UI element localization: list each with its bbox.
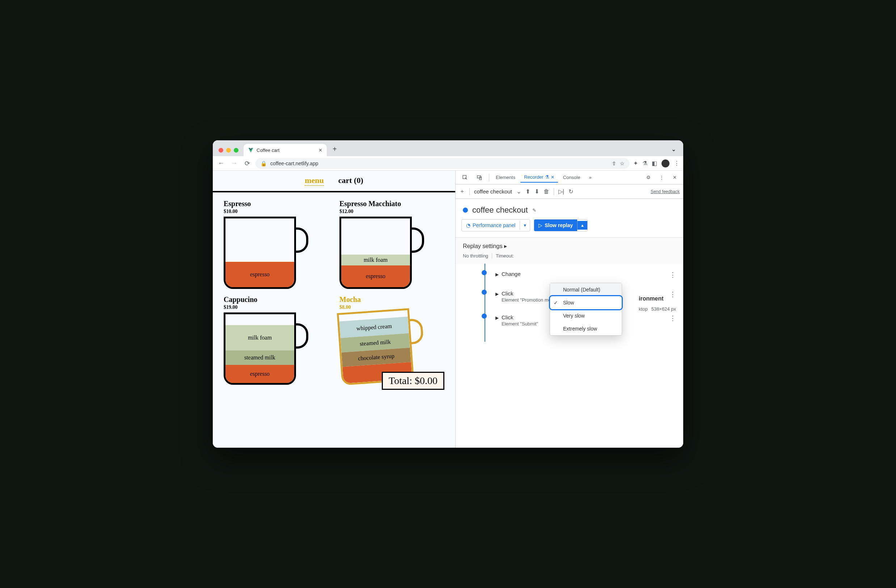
- send-feedback-link[interactable]: Send feedback: [651, 189, 680, 194]
- replay-dropdown-icon[interactable]: ▲: [577, 221, 587, 229]
- product-price: $10.00: [224, 209, 329, 214]
- browser-toolbar: ← → ⟳ 🔒 coffee-cart.netlify.app ⇧ ☆ ✦ ⚗ …: [213, 156, 683, 171]
- star-icon[interactable]: ☆: [620, 161, 625, 166]
- step-title: Change: [501, 271, 667, 277]
- back-button[interactable]: ←: [216, 160, 226, 167]
- address-bar[interactable]: 🔒 coffee-cart.netlify.app ⇧ ☆: [256, 158, 630, 169]
- layer: steamed milk: [226, 350, 294, 365]
- product-price: $19.00: [224, 304, 329, 310]
- layer: milk foam: [226, 325, 294, 350]
- labs-icon[interactable]: ⚗: [642, 160, 648, 167]
- step-bullet-icon: [482, 270, 487, 275]
- layer: milk foam: [341, 255, 410, 266]
- tab-recorder[interactable]: Recorder ⚗ ✕: [520, 172, 558, 182]
- step-bullet-icon: [482, 290, 487, 295]
- minimize-window-icon[interactable]: [226, 148, 231, 153]
- total-box[interactable]: Total: $0.00: [382, 372, 444, 390]
- devtools-kebab-icon[interactable]: ⋮: [656, 173, 667, 182]
- new-recording-button[interactable]: ＋: [459, 188, 465, 195]
- nav-cart-link[interactable]: cart (0): [338, 176, 363, 186]
- site-nav: menu cart (0): [213, 171, 455, 192]
- perf-dropdown-icon[interactable]: ▼: [520, 221, 530, 229]
- cup-graphic: espresso: [224, 217, 307, 289]
- new-tab-button[interactable]: +: [330, 142, 340, 156]
- step-kebab-icon[interactable]: ⋮: [669, 290, 676, 298]
- cup-graphic: espressomilk foam: [340, 217, 423, 289]
- chevron-right-icon[interactable]: ▶: [495, 272, 499, 277]
- product-name: Espresso: [224, 200, 329, 208]
- recorder-toolbar: ＋ coffee checkout ⌄ ⬆ ⬇ 🗑 ▷| ↻ Send feed…: [456, 184, 683, 199]
- tab-console[interactable]: Console: [559, 173, 584, 182]
- browser-window: Coffee cart ✕ + ⌄ ← → ⟳ 🔒 coffee-cart.ne…: [213, 140, 683, 448]
- reload-button[interactable]: ⟳: [242, 160, 252, 167]
- action-buttons: ◔Performance panel ▼ ▷Slow replay ▲: [456, 219, 683, 237]
- cup-graphic: espressosteamed milkmilk foam: [224, 313, 307, 385]
- tab-strip: Coffee cart ✕ + ⌄: [213, 140, 683, 156]
- forward-button[interactable]: →: [229, 160, 239, 167]
- product-espresso-macchiato[interactable]: Espresso Macchiato$12.00espressomilk foa…: [340, 200, 444, 289]
- step-kebab-icon[interactable]: ⋮: [669, 314, 676, 322]
- menu-item-slow[interactable]: ✓ Slow: [550, 296, 622, 309]
- inspect-icon[interactable]: [459, 173, 471, 182]
- page-content: menu cart (0) Espresso$10.00espressoEspr…: [213, 171, 455, 448]
- timeout-label: Timeout:: [492, 253, 514, 258]
- browser-tab[interactable]: Coffee cart ✕: [244, 144, 327, 156]
- more-tabs-icon[interactable]: »: [585, 173, 595, 182]
- recording-dropdown-icon[interactable]: ⌄: [517, 188, 521, 195]
- close-tab-icon[interactable]: ✕: [318, 147, 322, 153]
- close-window-icon[interactable]: [219, 148, 223, 153]
- devtools-close-icon[interactable]: ✕: [669, 173, 680, 182]
- recording-title-area: coffee checkout ✎: [456, 199, 683, 219]
- product-grid: Espresso$10.00espressoEspresso Macchiato…: [213, 192, 455, 392]
- product-name: Cappucino: [224, 295, 329, 304]
- gauge-icon: ◔: [466, 222, 471, 228]
- devtools-panel: Elements Recorder ⚗ ✕ Console » ⚙ ⋮ ✕ ＋ …: [455, 171, 683, 448]
- step-kebab-icon[interactable]: ⋮: [669, 271, 676, 279]
- panel-icon[interactable]: ◧: [652, 160, 657, 167]
- chevron-right-icon[interactable]: ▸: [504, 243, 507, 249]
- maximize-window-icon[interactable]: [234, 148, 238, 153]
- nav-menu-link[interactable]: menu: [305, 176, 324, 186]
- share-icon[interactable]: ⇧: [612, 161, 616, 166]
- product-mocha[interactable]: Mocha$8.00chocolate syrupsteamed milkwhi…: [340, 295, 444, 385]
- product-name: Espresso Macchiato: [340, 200, 444, 208]
- chevron-right-icon[interactable]: ▶: [495, 292, 499, 296]
- tab-title: Coffee cart: [257, 147, 279, 153]
- step-replay-icon[interactable]: ▷|: [558, 188, 564, 195]
- chevron-right-icon[interactable]: ▶: [495, 315, 499, 321]
- menu-item-extremely-slow[interactable]: Extremely slow: [550, 322, 622, 335]
- record-indicator-icon: [463, 208, 468, 213]
- performance-panel-button[interactable]: ◔Performance panel ▼: [462, 219, 530, 231]
- product-price: $12.00: [340, 209, 444, 214]
- replay-settings: Replay settings ▸ No throttling Timeout:: [456, 237, 683, 264]
- export-icon[interactable]: ⬆: [526, 188, 530, 195]
- profile-avatar[interactable]: [661, 160, 669, 167]
- continue-icon[interactable]: ↻: [568, 188, 573, 195]
- product-name: Mocha: [340, 295, 444, 304]
- product-cappucino[interactable]: Cappucino$19.00espressosteamed milkmilk …: [224, 295, 329, 385]
- layer: espresso: [226, 262, 294, 287]
- edit-title-icon[interactable]: ✎: [532, 208, 536, 213]
- check-icon: ✓: [554, 300, 558, 305]
- menu-item-very-slow[interactable]: Very slow: [550, 309, 622, 322]
- settings-gear-icon[interactable]: ⚙: [643, 173, 654, 182]
- play-icon: ▷: [538, 222, 542, 228]
- menu-item-normal[interactable]: Normal (Default): [550, 283, 622, 296]
- device-toggle-icon[interactable]: [473, 173, 486, 182]
- recording-title: coffee checkout: [472, 205, 528, 215]
- throttling-value[interactable]: No throttling: [463, 253, 488, 258]
- delete-icon[interactable]: 🗑: [544, 188, 549, 195]
- replay-button[interactable]: ▷Slow replay ▲: [534, 219, 588, 231]
- recording-select[interactable]: coffee checkout: [474, 188, 512, 194]
- import-icon[interactable]: ⬇: [535, 188, 539, 195]
- window-controls: [216, 148, 241, 156]
- kebab-menu-icon[interactable]: ⋮: [674, 160, 680, 167]
- extensions-icon[interactable]: ✦: [633, 160, 638, 167]
- vue-favicon-icon: [248, 147, 254, 153]
- devtools-tabs: Elements Recorder ⚗ ✕ Console » ⚙ ⋮ ✕: [456, 171, 683, 184]
- tab-elements[interactable]: Elements: [492, 173, 519, 182]
- step-bullet-icon: [482, 313, 487, 319]
- replay-speed-menu: Normal (Default) ✓ Slow Very slow Extrem…: [550, 283, 622, 336]
- tab-overflow-icon[interactable]: ⌄: [667, 142, 680, 156]
- product-espresso[interactable]: Espresso$10.00espresso: [224, 200, 329, 289]
